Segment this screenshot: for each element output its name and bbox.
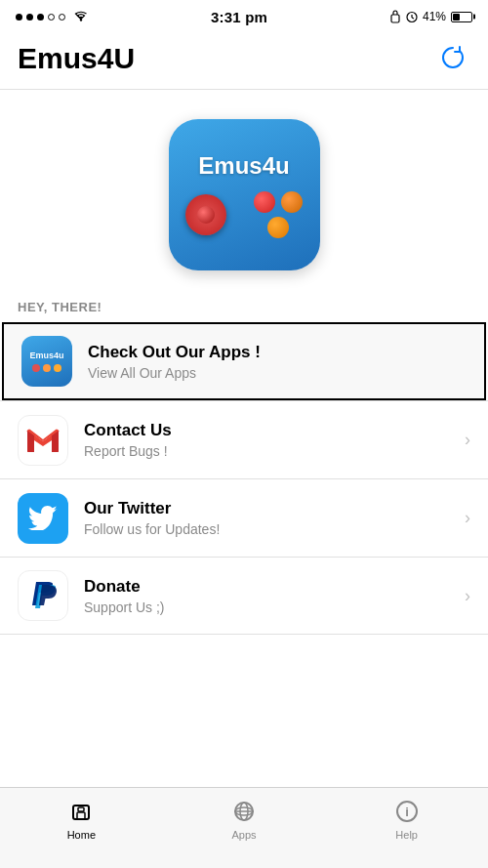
twitter-item-subtitle: Follow us for Updates! [84,521,465,537]
page-title: Emus4U [18,42,135,75]
battery-icon [451,12,472,22]
signal-dot-2 [26,14,33,21]
paypal-svg [27,578,59,613]
list-container: Emus4u Check Out Our Apps ! View All Our… [0,322,488,635]
status-icons: 41% [389,10,472,23]
svg-rect-1 [391,15,399,22]
list-item-twitter[interactable]: Our Twitter Follow us for Updates! › [0,478,488,557]
paypal-icon [18,570,68,621]
signal-dot-4 [48,14,55,21]
twitter-item-content: Our Twitter Follow us for Updates! [84,499,465,537]
status-time: 3:31 pm [211,9,267,25]
chevron-icon: › [465,430,470,450]
gmail-svg [24,426,61,455]
tab-home-label: Home [67,829,96,841]
chevron-icon-2: › [465,508,470,528]
logo-text: Emus4u [198,152,289,180]
donate-item-title: Donate [84,577,465,597]
apps-item-title: Check Out Our Apps ! [88,343,467,362]
app-logo: Emus4u [169,119,320,270]
apps-icon-wrap [230,798,258,825]
contact-item-title: Contact Us [84,421,465,440]
section-label: HEY, THERE! [0,290,488,322]
gmail-icon [18,415,68,466]
apps-item-content: Check Out Our Apps ! View All Our Apps [88,343,467,381]
apps-item-subtitle: View All Our Apps [88,365,467,381]
svg-rect-8 [78,807,84,811]
twitter-svg [28,506,58,530]
refresh-icon [439,43,467,70]
btn-orange-top [281,191,303,213]
donate-item-subtitle: Support Us ;) [84,599,465,615]
list-item-apps[interactable]: Emus4u Check Out Our Apps ! View All Our… [2,322,486,400]
donate-item-content: Donate Support Us ;) [84,577,465,615]
help-icon: i [394,799,420,824]
gamepad-graphic [185,191,303,238]
tab-home[interactable]: Home [0,798,163,841]
twitter-icon [18,493,68,544]
wifi-icon [73,9,89,24]
chevron-icon-3: › [465,586,470,606]
tab-apps[interactable]: Apps [163,798,326,841]
home-icon-wrap [67,798,95,825]
battery-percent: 41% [423,10,446,23]
alarm-icon [406,10,418,23]
contact-item-subtitle: Report Bugs ! [84,443,465,459]
contact-item-content: Contact Us Report Bugs ! [84,421,465,459]
signal-dot-3 [37,14,44,21]
tab-bar: Home Apps i Help [0,787,488,868]
signal-dot-1 [16,14,22,21]
lock-icon [389,10,401,23]
svg-point-0 [80,19,82,21]
svg-rect-7 [77,812,85,819]
svg-line-4 [412,18,414,19]
tab-help[interactable]: i Help [325,798,488,841]
home-icon [68,799,94,824]
list-item-contact[interactable]: Contact Us Report Bugs ! › [0,400,488,478]
help-icon-wrap: i [393,798,421,825]
btn-orange [267,217,289,238]
emus-mini-icon: Emus4u [21,336,72,387]
app-logo-area: Emus4u [0,90,488,290]
svg-text:i: i [405,805,409,819]
btn-red [254,191,275,213]
twitter-item-title: Our Twitter [84,499,465,518]
right-buttons [254,191,303,238]
refresh-button[interactable] [435,39,470,77]
left-joystick [185,194,226,235]
tab-apps-label: Apps [231,829,256,841]
page-header: Emus4U [0,31,488,90]
signal-dot-5 [59,14,65,21]
apps-icon [231,799,257,824]
signal-indicators [16,9,89,24]
tab-help-label: Help [395,829,418,841]
status-bar: 3:31 pm 41% [0,0,488,31]
list-item-donate[interactable]: Donate Support Us ;) › [0,557,488,635]
